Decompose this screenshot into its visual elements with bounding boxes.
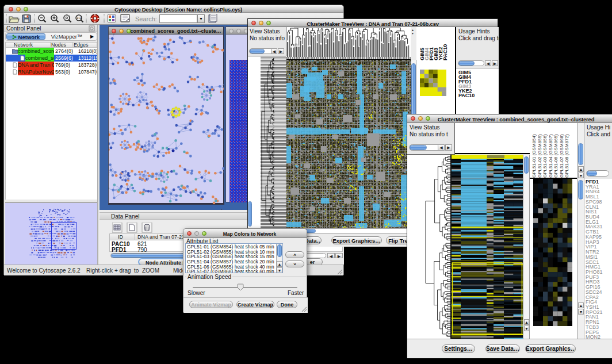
- svg-text:GPL51-03 (GSM856): GPL51-03 (GSM856): [542, 134, 548, 178]
- svg-text:GPL51-02 (GSM855): GPL51-02 (GSM855): [537, 134, 542, 178]
- svg-text:GPL51-08 (GSM872): GPL51-08 (GSM872): [564, 134, 569, 178]
- svg-text:GPL51-04 (GSM857): GPL51-04 (GSM857): [548, 134, 553, 178]
- svg-text:GPL51-06 (GSM865): GPL51-06 (GSM865): [553, 134, 559, 178]
- svg-text:GPL51-07 (GSM868): GPL51-07 (GSM868): [559, 134, 564, 178]
- svg-text:1:1: 1:1: [76, 16, 81, 20]
- svg-text:PAC10: PAC10: [442, 44, 448, 60]
- svg-text:GPL51-01 (GSM854): GPL51-01 (GSM854): [531, 134, 537, 178]
